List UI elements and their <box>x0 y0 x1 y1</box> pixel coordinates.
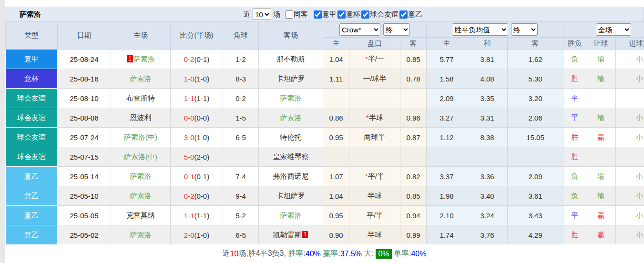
fulltime-score: 1-1 <box>184 94 194 102</box>
handicap-result-cell: 输 <box>586 186 616 206</box>
avg-away-cell: 3.61 <box>508 186 563 206</box>
fulltime-score: 3-0 <box>184 133 194 142</box>
away-team-cell: 萨索洛 <box>259 206 323 225</box>
table-row: 球会友谊25-08-10布雷斯特1-1(1-1)0-2萨索洛2.093.353.… <box>6 89 644 108</box>
col-header-score: 比分(半场) <box>171 22 223 50</box>
handicap-away-odds-cell: 0.99 <box>400 225 427 245</box>
handicap-away-odds-cell: 0.78 <box>400 69 427 89</box>
away-team-name: 那不勒斯 <box>276 55 305 63</box>
avg-home-cell: 2.09 <box>427 89 467 108</box>
avg-time-select[interactable]: 终 <box>511 23 538 36</box>
matches-count-select[interactable]: 10 <box>253 9 271 20</box>
goals-result-cell: 小 <box>616 225 644 245</box>
avg-away-cell: 3.43 <box>508 206 563 225</box>
avg-away-cell <box>508 147 563 167</box>
home-team-name: 布雷斯特 <box>126 94 155 102</box>
footer-near-label: 近 <box>222 249 230 259</box>
avg-draw-cell: 3.81 <box>467 50 508 69</box>
handicap-result-cell: 赢 <box>586 206 616 225</box>
handicap-home-odds-cell: 0.90 <box>323 225 349 245</box>
handicap-line-cell: 半球 <box>349 225 400 245</box>
handicap-result-cell: 赢 <box>586 225 616 245</box>
avg-draw-cell: 3.36 <box>467 167 508 186</box>
handicap-home-odds-cell: 1.04 <box>323 50 349 69</box>
avg-home-cell: 1.12 <box>427 128 467 147</box>
match-date-cell: 25-07-15 <box>58 147 111 167</box>
away-team-cell: 凯勒雷斯1 <box>259 225 323 245</box>
corner-score-cell: 7-4 <box>223 167 259 186</box>
match-table-body: 意甲25-08-241萨索洛0-2(0-1)1-2那不勒斯1.04*半/一0.8… <box>6 50 644 245</box>
handicap-line-cell: 平/半 <box>349 206 400 225</box>
league-filter[interactable]: 意杯 <box>337 10 360 19</box>
match-date-cell: 25-08-06 <box>58 108 111 128</box>
avg-home-cell: 3.27 <box>427 108 467 128</box>
handicap-home-odds-cell: 1.04 <box>323 186 349 206</box>
halftime-score: (0-1) <box>194 55 210 63</box>
corner-score-cell: 1-5 <box>223 108 259 128</box>
goals-result-cell: 小 <box>616 167 644 186</box>
fulltime-score: 5-0 <box>184 153 194 161</box>
home-team-cell: 恩波利 <box>111 108 171 128</box>
home-team-cell: 萨索洛 <box>111 167 171 186</box>
halftime-score: (1-0) <box>194 75 210 83</box>
handicap-result-cell: 输 <box>586 50 616 69</box>
fulltime-score: 0-0 <box>184 114 194 122</box>
near-label: 近 <box>244 10 251 19</box>
handicap-home-odds-cell: 1.07 <box>323 167 349 186</box>
fulltime-score: 1-1 <box>184 212 194 220</box>
early-line-star: * <box>365 55 368 63</box>
avg-away-cell: 15.05 <box>508 128 563 147</box>
handicap-home-odds-cell: 0.95 <box>323 128 349 147</box>
halftime-score: (1-1) <box>194 212 210 220</box>
avg-draw-cell: 8.38 <box>467 128 508 147</box>
home-team-name: 萨索洛 <box>130 192 152 200</box>
result-cell: 负 <box>563 167 586 186</box>
league-checkbox[interactable] <box>361 10 369 19</box>
page-title: 萨索洛 <box>5 10 41 19</box>
handicap-away-odds-cell: 0.85 <box>400 50 427 69</box>
matches-label: 场 <box>273 10 280 19</box>
odds-time-select[interactable]: 终 <box>383 23 410 36</box>
scope-select[interactable]: 全场 <box>596 23 631 36</box>
league-filter[interactable]: 意甲 <box>314 10 337 19</box>
league-checkbox[interactable] <box>314 10 322 19</box>
same-opponent-filter[interactable]: 同客 <box>285 10 308 19</box>
corner-score-cell: 0-2 <box>223 89 259 108</box>
handicap-home-odds-cell: 1.11 <box>323 69 349 89</box>
league-type-cell: 意乙 <box>6 186 58 206</box>
same-opponent-checkbox[interactable] <box>285 10 293 19</box>
halftime-score: (2-0) <box>194 153 210 161</box>
league-type-cell: 球会友谊 <box>6 128 58 147</box>
avg-type-select[interactable]: 胜平负均值 <box>452 23 508 36</box>
odds-company-select[interactable]: Crow* <box>339 23 380 36</box>
handicap-line-cell: *半/一 <box>349 50 400 69</box>
result-cell: 负 <box>563 186 586 206</box>
goals-result-cell <box>616 147 644 167</box>
table-row: 球会友谊25-07-15萨索洛(中)5-0(2-0)皇家维琴察胜 <box>6 147 644 167</box>
halftime-score: (0-0) <box>194 114 210 122</box>
avg-home-cell: 3.37 <box>427 167 467 186</box>
match-date-cell: 25-05-14 <box>58 167 111 186</box>
league-checkbox[interactable] <box>337 10 346 19</box>
subheader-avg-home: 主 <box>427 38 467 50</box>
avg-header-group: 胜平负均值 终 <box>427 22 563 38</box>
league-checkbox[interactable] <box>399 10 408 19</box>
away-team-cell: 萨索洛 <box>259 89 323 108</box>
league-filter[interactable]: 球会友谊 <box>361 10 399 19</box>
home-team-cell: 布雷斯特 <box>111 89 171 108</box>
goals-result-cell: 小 <box>616 128 644 147</box>
handicap-line-cell <box>349 147 400 167</box>
table-row: 意甲25-08-241萨索洛0-2(0-1)1-2那不勒斯1.04*半/一0.8… <box>6 50 644 69</box>
score-cell: 2-0(1-0) <box>171 225 223 245</box>
col-header-away: 客场 <box>259 22 323 50</box>
avg-home-cell: 1.58 <box>427 69 467 89</box>
result-cell: 胜 <box>563 69 586 89</box>
corner-score-cell: 1-2 <box>223 50 259 69</box>
league-filter[interactable]: 意乙 <box>399 10 422 19</box>
avg-away-cell: 5.30 <box>508 69 563 89</box>
table-row: 意乙25-05-10萨索洛0-2(0-0)9-4卡坦萨罗1.04半球0.851.… <box>6 186 644 206</box>
handicap-away-odds-cell: 0.96 <box>400 108 427 128</box>
result-cell: 负 <box>563 50 586 69</box>
scope-header-group: 全场 <box>563 22 644 38</box>
handicap-result-cell: 输 <box>586 167 616 186</box>
